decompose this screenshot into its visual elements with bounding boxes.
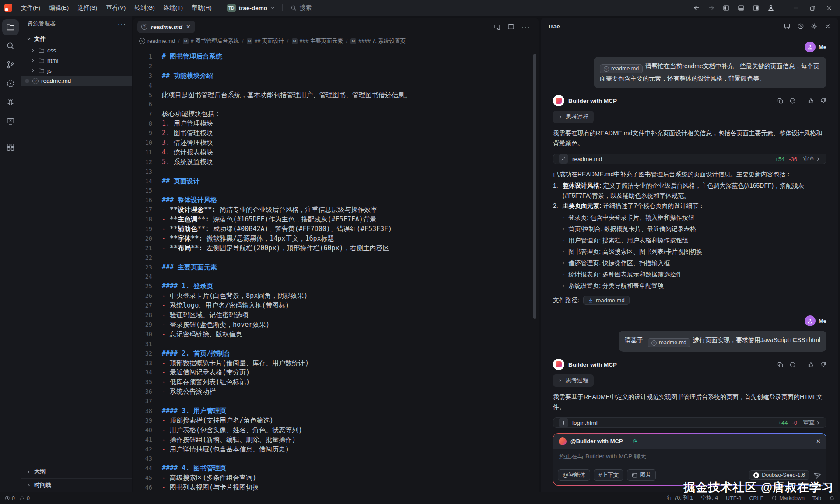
file-reference-chip[interactable]: ?readme.md	[600, 64, 643, 74]
code-line[interactable]: 29- 登录按钮(蓝色渐变，hover效果)	[133, 320, 539, 330]
tree-item-js[interactable]: js	[21, 66, 132, 76]
file-change-card-readme[interactable]: readme.md +54 -36 审查	[553, 154, 826, 164]
account-button[interactable]	[764, 2, 777, 14]
toggle-secondary-sidebar-button[interactable]	[749, 2, 763, 14]
explorer-section-files[interactable]: 文件	[21, 32, 132, 46]
file-change-card-login[interactable]: login.html +44 -0 审查	[553, 417, 826, 428]
code-line[interactable]: 40- 用户表格(包含头像、姓名、角色、状态等列)	[133, 426, 539, 435]
context-button[interactable]: #上下文	[594, 469, 623, 481]
code-line[interactable]: 4	[133, 81, 539, 91]
code-line[interactable]: 114. 统计报表模块	[133, 148, 539, 158]
file-path-chip[interactable]: readme.md	[583, 296, 630, 305]
editor-scrollbar[interactable]	[533, 54, 536, 319]
image-button[interactable]: 图片	[627, 469, 656, 481]
window-minimize-button[interactable]	[788, 2, 803, 14]
code-line[interactable]: 33- 顶部数据概览卡片(借阅量、库存、用户数统计)	[133, 359, 539, 368]
regenerate-icon[interactable]	[789, 361, 796, 368]
agent-mention-button[interactable]: @智能体	[558, 469, 590, 481]
code-line[interactable]: 38#### 3. 用户管理页	[133, 406, 539, 416]
chat-message-list[interactable]: Me ?readme.md请帮忙在当前readme文档中补充一些最关键的页面信息…	[541, 35, 838, 428]
history-icon[interactable]	[797, 23, 804, 30]
code-line[interactable]: 14## 页面设计	[133, 177, 539, 186]
code-line[interactable]: 42- 用户详情抽屉(包含基本信息、借阅历史)	[133, 445, 539, 455]
tab-close-button[interactable]: ✕	[186, 24, 191, 30]
code-line[interactable]: 36- 系统公告滚动栏	[133, 387, 539, 397]
gear-icon[interactable]	[811, 23, 818, 30]
editor-more-button[interactable]: ···	[522, 23, 531, 31]
language-mode[interactable]: Markdown	[771, 495, 805, 501]
indentation[interactable]: 空格: 4	[701, 494, 718, 502]
menu-view[interactable]: 查看(V)	[102, 2, 130, 14]
code-editor[interactable]: 1# 图书管理后台系统23## 功能模块介绍45此项目是图书管理后台系统，基本功…	[133, 47, 539, 492]
menu-goto[interactable]: 转到(G)	[130, 2, 159, 14]
code-line[interactable]: 43	[133, 454, 539, 464]
toggle-panel-button[interactable]	[735, 2, 748, 14]
nav-back-button[interactable]	[690, 2, 703, 14]
code-line[interactable]: 35- 低库存预警列表(红色标记)	[133, 378, 539, 387]
tree-item-readme[interactable]: ? readme.md	[21, 76, 132, 86]
thinking-process-toggle[interactable]: 思考过程	[553, 111, 594, 123]
menu-terminal[interactable]: 终端(T)	[159, 2, 187, 14]
code-line[interactable]: 26- 中央登录卡片(白色背景，8px圆角，阴影效果)	[133, 291, 539, 301]
tree-item-css[interactable]: css	[21, 46, 132, 56]
tab-focus-mode[interactable]: Tab	[812, 495, 821, 501]
activity-extensions[interactable]	[2, 139, 19, 155]
new-chat-icon[interactable]	[784, 23, 791, 30]
code-line[interactable]: 41- 操作按钮组(新增、编辑、删除、批量操作)	[133, 435, 539, 445]
nav-forward-button[interactable]	[705, 2, 718, 14]
code-line[interactable]: 23### 主要页面元素	[133, 263, 539, 273]
code-line[interactable]: 46- 图书列表视图(与卡片视图切换	[133, 483, 539, 492]
code-line[interactable]: 32#### 2. 首页/控制台	[133, 349, 539, 359]
thumbs-up-icon[interactable]	[808, 361, 814, 368]
window-restore-button[interactable]	[805, 2, 820, 14]
copy-icon[interactable]	[777, 98, 784, 104]
problems-summary[interactable]: 0 0	[4, 495, 30, 501]
code-line[interactable]: 25#### 1. 登录页	[133, 282, 539, 291]
thumbs-down-icon[interactable]	[820, 361, 826, 368]
code-line[interactable]: 15	[133, 186, 539, 196]
tree-item-html[interactable]: html	[21, 56, 132, 66]
code-line[interactable]: 13	[133, 167, 539, 177]
menu-selection[interactable]: 选择(S)	[73, 2, 102, 14]
code-line[interactable]: 1# 图书管理后台系统	[133, 52, 539, 62]
code-line[interactable]: 18- **主色调**: 深蓝色(#165DFF)作为主色，搭配浅灰(#F5F7…	[133, 215, 539, 224]
cursor-position[interactable]: 行 70, 列 1	[667, 494, 693, 502]
menu-edit[interactable]: 编辑(E)	[45, 2, 73, 14]
code-line[interactable]: 27- 系统logo、用户名/密码输入框(带图标)	[133, 301, 539, 311]
close-icon[interactable]	[824, 23, 831, 30]
code-line[interactable]: 5此项目是图书管理后台系统，基本功能包括管理用户、管理图书、管理图书借还信息。	[133, 91, 539, 100]
code-line[interactable]: 44#### 4. 图书管理页	[133, 464, 539, 473]
code-line[interactable]: 81. 用户管理模块	[133, 119, 539, 129]
activity-remote[interactable]	[2, 76, 19, 91]
split-editor-icon[interactable]	[508, 23, 514, 30]
breadcrumb-h4[interactable]: M#### 7. 系统设置页	[350, 38, 406, 45]
thumbs-down-icon[interactable]	[820, 98, 826, 104]
tab-readme[interactable]: ? readme.md ✕	[137, 21, 195, 33]
clear-agent-button[interactable]: ✕	[816, 438, 821, 444]
window-close-button[interactable]	[822, 2, 836, 14]
model-selector[interactable]: Doubao-Seed-1.6	[749, 470, 809, 480]
code-line[interactable]: 21- **布局**: 左侧固定导航栏(200px)，顶部操作栏(60px)，右…	[133, 244, 539, 253]
code-line[interactable]: 20- **字体**: 微软雅黑/思源黑体，14px正文，16px标题	[133, 234, 539, 244]
chat-input-field[interactable]: 您正在与 Builder with MCP 聊天	[553, 449, 826, 463]
code-line[interactable]: 39- 顶部搜索栏(支持用户名/角色筛选)	[133, 416, 539, 426]
thinking-process-toggle[interactable]: 思考过程	[553, 374, 594, 387]
code-line[interactable]: 37	[133, 397, 539, 406]
code-line[interactable]: 6	[133, 100, 539, 109]
outline-panel-header[interactable]: 大纲	[21, 465, 132, 478]
tools-icon[interactable]	[631, 438, 637, 444]
eol-sequence[interactable]: CRLF	[749, 495, 764, 501]
code-line[interactable]: 31	[133, 340, 539, 349]
menu-help[interactable]: 帮助(H)	[187, 2, 216, 14]
code-line[interactable]: 34- 最近借阅记录表格(带分页)	[133, 368, 539, 378]
activity-source-control[interactable]	[2, 57, 19, 73]
code-line[interactable]: 19- **辅助色**: 成功绿(#00B42A)、警告黄(#FF7D00)、错…	[133, 224, 539, 234]
code-line[interactable]: 125. 系统设置模块	[133, 158, 539, 167]
encoding[interactable]: UTF-8	[726, 495, 741, 501]
breadcrumb-file[interactable]: ?readme.md	[139, 38, 175, 44]
project-switcher[interactable]: TD trae-demo	[224, 2, 279, 14]
breadcrumb-h3[interactable]: M### 主要页面元素	[292, 38, 343, 45]
activity-test[interactable]	[2, 113, 19, 129]
copy-icon[interactable]	[777, 361, 784, 368]
breadcrumb-h2[interactable]: M## 页面设计	[247, 38, 284, 45]
